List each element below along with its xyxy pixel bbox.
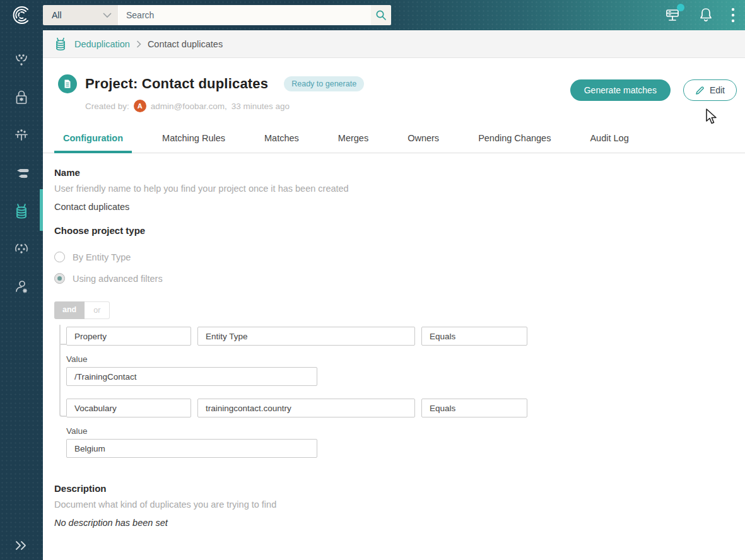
logic-or-button[interactable]: or [85, 301, 110, 319]
breadcrumb-link-deduplication[interactable]: Deduplication [74, 39, 130, 49]
filters-group: Property Entity Type Equals Value Vocabu… [54, 327, 745, 458]
tab-bar: Configuration Matching Rules Matches Mer… [43, 124, 745, 153]
tab-pending-changes[interactable]: Pending Changes [478, 124, 551, 153]
sidebar-item-deduplication[interactable] [0, 203, 43, 219]
name-label: Name [54, 167, 745, 178]
configuration-panel: Name User friendly name to help you find… [43, 153, 745, 560]
user-gear-icon [13, 278, 30, 296]
page-title: Project: Contact duplicates [85, 76, 268, 92]
kebab-menu-icon [731, 8, 735, 23]
project-type-label: Choose project type [54, 225, 745, 236]
value-label: Value [66, 354, 745, 364]
tab-matching-rules[interactable]: Matching Rules [162, 124, 225, 153]
search-scope-dropdown[interactable]: All [43, 5, 119, 25]
page-header: Project: Contact duplicates Ready to gen… [43, 59, 745, 124]
radio-circle-selected[interactable] [54, 273, 65, 284]
double-chevron-right-icon [15, 540, 28, 551]
pencil-icon [695, 86, 705, 95]
radio-label: Using advanced filters [73, 274, 163, 284]
radio-dot [57, 276, 62, 281]
sidebar-item-4[interactable] [0, 165, 43, 182]
filter-value-input[interactable] [66, 367, 317, 386]
status-notification-dot [677, 4, 684, 11]
radio-advanced-filters[interactable]: Using advanced filters [54, 273, 745, 284]
breadcrumb: Deduplication Contact duplicates [43, 30, 745, 58]
filter-kind-select[interactable]: Property [66, 327, 191, 346]
search-scope-value: All [52, 10, 62, 20]
radio-circle[interactable] [54, 252, 65, 262]
edit-button[interactable]: Edit [683, 79, 737, 101]
global-search-bar: All [43, 5, 391, 25]
chevron-down-icon [103, 13, 112, 18]
lock-star-icon [13, 89, 30, 107]
tab-merges[interactable]: Merges [338, 124, 368, 153]
description-label: Description [54, 483, 745, 494]
created-by-label: Created by: [85, 102, 129, 111]
search-button[interactable] [371, 5, 391, 25]
avatar: A [134, 100, 146, 112]
generate-matches-button[interactable]: Generate matches [570, 79, 671, 101]
filter-operator-select[interactable]: Equals [421, 327, 527, 346]
search-icon [375, 9, 387, 21]
created-by-email: admin@foobar.com, [151, 102, 227, 111]
topbar-actions [664, 7, 745, 23]
sidebar-nav [0, 30, 43, 295]
top-bar: All [0, 0, 745, 30]
sidebar-item-1[interactable] [0, 52, 43, 68]
edit-button-label: Edit [710, 85, 725, 95]
breadcrumb-current: Contact duplicates [148, 39, 223, 49]
filter-kind-select[interactable]: Vocabulary [66, 399, 191, 417]
tab-owners[interactable]: Owners [408, 124, 439, 153]
table-dots-icon [13, 127, 30, 144]
sidebar-item-7[interactable] [0, 279, 43, 295]
radio-label: By Entity Type [73, 252, 131, 262]
filter-value-input[interactable] [66, 439, 317, 458]
project-icon-circle [58, 74, 77, 93]
scatter-dots-icon [13, 51, 30, 69]
radio-by-entity-type[interactable]: By Entity Type [54, 252, 745, 262]
name-hint: User friendly name to help you find your… [54, 184, 745, 194]
network-dots-icon [13, 240, 30, 258]
chevron-right-icon [136, 40, 141, 48]
logic-operator-toggle: and or [54, 301, 745, 319]
filter-row: Property Entity Type Equals [66, 327, 745, 346]
tab-configuration[interactable]: Configuration [63, 124, 123, 153]
deduplication-icon [13, 202, 30, 221]
notifications-bell-icon [698, 7, 713, 23]
notifications-button[interactable] [698, 7, 713, 23]
app-logo[interactable] [0, 0, 43, 30]
more-menu-button[interactable] [731, 8, 735, 23]
value-label: Value [66, 426, 745, 436]
flow-arrows-icon [13, 166, 30, 180]
tab-audit-log[interactable]: Audit Log [590, 124, 628, 153]
filter-connector-tick [59, 344, 67, 345]
document-icon [62, 79, 73, 89]
sidebar-item-6[interactable] [0, 241, 43, 257]
name-value: Contact duplicates [54, 202, 745, 212]
tab-matches[interactable]: Matches [264, 124, 299, 153]
server-status-button[interactable] [664, 7, 681, 23]
deduplication-icon [53, 36, 68, 52]
filter-field-select[interactable]: trainingcontact.country [197, 399, 415, 417]
filter-operator-select[interactable]: Equals [421, 399, 527, 417]
sidebar-item-3[interactable] [0, 127, 43, 144]
sidebar-expand-button[interactable] [0, 536, 43, 555]
filter-field-select[interactable]: Entity Type [197, 327, 415, 346]
created-by-row: Created by: A admin@foobar.com, 33 minut… [85, 100, 745, 112]
search-input[interactable] [119, 5, 371, 25]
left-sidebar [0, 30, 43, 560]
sidebar-item-2[interactable] [0, 90, 43, 106]
logic-and-button[interactable]: and [54, 301, 85, 319]
filter-row: Vocabulary trainingcontact.country Equal… [66, 399, 745, 417]
status-badge: Ready to generate [284, 76, 364, 91]
description-empty-value: No description has been set [54, 518, 745, 528]
created-ago: 33 minutes ago [232, 102, 290, 111]
description-hint: Document what kind of duplicates you are… [54, 499, 745, 510]
cluedin-logo-icon [11, 4, 32, 26]
filter-connector-line [59, 325, 67, 417]
